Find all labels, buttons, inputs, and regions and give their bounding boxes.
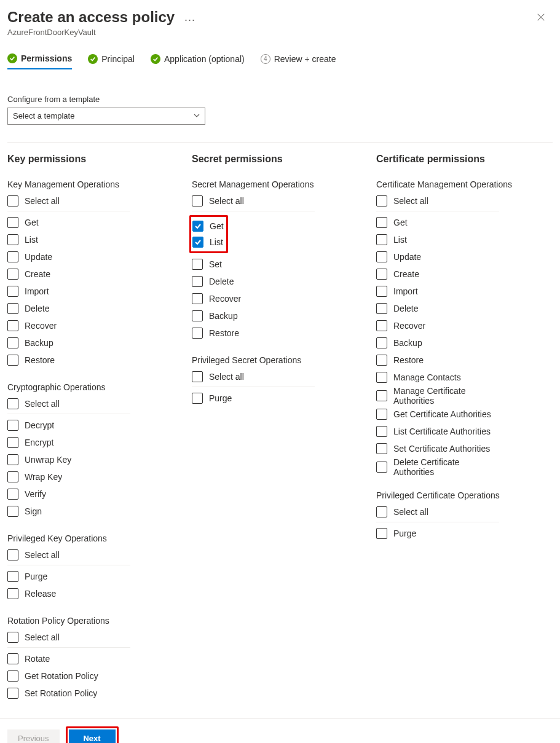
select-all-row[interactable]: Select all — [192, 194, 315, 211]
permission-item[interactable]: Get — [192, 218, 224, 234]
permission-item[interactable]: Backup — [192, 307, 315, 324]
checkbox[interactable] — [192, 310, 203, 321]
checkbox[interactable] — [376, 426, 387, 437]
checkbox[interactable] — [7, 355, 18, 366]
permission-item[interactable]: Purge — [192, 390, 315, 407]
checkbox[interactable] — [7, 454, 18, 465]
checkbox[interactable] — [376, 372, 387, 383]
checkbox[interactable] — [192, 293, 203, 304]
permission-item[interactable]: Wrap Key — [7, 468, 130, 486]
checkbox[interactable] — [376, 355, 387, 366]
permission-item[interactable]: Update — [376, 248, 499, 265]
permission-item[interactable]: Delete — [376, 300, 499, 317]
checkbox[interactable] — [7, 506, 18, 517]
checkbox[interactable] — [7, 632, 18, 643]
permission-item[interactable]: Encrypt — [7, 434, 130, 451]
select-all-row[interactable]: Select all — [7, 194, 130, 211]
next-button[interactable]: Next — [69, 729, 116, 743]
checkbox[interactable] — [376, 251, 387, 262]
select-all-row[interactable]: Select all — [376, 194, 499, 211]
checkbox[interactable] — [7, 234, 18, 245]
checkbox[interactable] — [376, 506, 387, 517]
permission-item[interactable]: Purge — [7, 568, 130, 585]
checkbox[interactable] — [192, 237, 203, 248]
checkbox[interactable] — [376, 443, 387, 454]
checkbox[interactable] — [7, 471, 18, 482]
permission-item[interactable]: Sign — [7, 503, 130, 520]
checkbox[interactable] — [7, 489, 18, 500]
permission-item[interactable]: Import — [7, 283, 130, 300]
checkbox[interactable] — [7, 251, 18, 262]
checkbox[interactable] — [192, 259, 203, 270]
checkbox[interactable] — [376, 195, 387, 206]
checkbox[interactable] — [376, 234, 387, 245]
permission-item[interactable]: Set — [192, 256, 315, 273]
checkbox[interactable] — [376, 269, 387, 280]
permission-item[interactable]: Restore — [7, 352, 130, 369]
permission-item[interactable]: List Certificate Authorities — [376, 423, 499, 440]
permission-item[interactable]: Backup — [7, 334, 130, 352]
checkbox[interactable] — [376, 390, 387, 401]
template-select[interactable]: Select a template — [7, 108, 205, 125]
permission-item[interactable]: Delete — [7, 300, 130, 317]
permission-item[interactable]: Manage Certificate Authorities — [376, 386, 499, 406]
checkbox[interactable] — [7, 670, 18, 682]
permission-item[interactable]: Update — [7, 248, 130, 265]
permission-item[interactable]: Delete — [192, 273, 315, 290]
checkbox[interactable] — [7, 398, 18, 409]
checkbox[interactable] — [7, 688, 18, 699]
permission-item[interactable]: Purge — [376, 525, 499, 542]
template-dropdown[interactable]: Select a template — [7, 108, 205, 125]
checkbox[interactable] — [376, 528, 387, 539]
permission-item[interactable]: List — [192, 234, 224, 250]
checkbox[interactable] — [7, 195, 18, 206]
checkbox[interactable] — [192, 328, 203, 339]
permission-item[interactable]: Release — [7, 585, 130, 602]
permission-item[interactable]: Unwrap Key — [7, 451, 130, 468]
checkbox[interactable] — [376, 409, 387, 420]
checkbox[interactable] — [7, 303, 18, 314]
permission-item[interactable]: Set Certificate Authorities — [376, 440, 499, 457]
checkbox[interactable] — [376, 462, 387, 473]
checkbox[interactable] — [7, 437, 18, 448]
permission-item[interactable]: Recover — [192, 290, 315, 307]
checkbox[interactable] — [7, 588, 18, 599]
permission-item[interactable]: Import — [376, 283, 499, 300]
permission-item[interactable]: Rotate — [7, 650, 130, 667]
select-all-row[interactable]: Select all — [192, 370, 315, 387]
checkbox[interactable] — [192, 276, 203, 287]
permission-item[interactable]: Set Rotation Policy — [7, 685, 130, 702]
checkbox[interactable] — [192, 195, 203, 206]
checkbox[interactable] — [7, 217, 18, 228]
permission-item[interactable]: Get Certificate Authorities — [376, 406, 499, 423]
permission-item[interactable]: List — [7, 231, 130, 248]
select-all-row[interactable]: Select all — [7, 548, 130, 565]
select-all-row[interactable]: Select all — [7, 631, 130, 648]
permission-item[interactable]: Delete Certificate Authorities — [376, 457, 499, 477]
permission-item[interactable]: Get — [376, 214, 499, 231]
permission-item[interactable]: List — [376, 231, 499, 248]
wizard-step-3[interactable]: 4Review + create — [261, 54, 336, 69]
permission-item[interactable]: Decrypt — [7, 417, 130, 434]
permission-item[interactable]: Recover — [376, 317, 499, 334]
checkbox[interactable] — [7, 571, 18, 582]
checkbox[interactable] — [7, 420, 18, 431]
checkbox[interactable] — [7, 549, 18, 560]
checkbox[interactable] — [376, 303, 387, 314]
checkbox[interactable] — [192, 393, 203, 404]
select-all-row[interactable]: Select all — [376, 505, 499, 522]
permission-item[interactable]: Get Rotation Policy — [7, 667, 130, 685]
permission-item[interactable]: Create — [7, 265, 130, 283]
checkbox[interactable] — [376, 217, 387, 228]
checkbox[interactable] — [7, 286, 18, 297]
checkbox[interactable] — [7, 337, 18, 348]
wizard-step-1[interactable]: Principal — [88, 54, 135, 69]
checkbox[interactable] — [376, 320, 387, 331]
permission-item[interactable]: Manage Contacts — [376, 369, 499, 386]
permission-item[interactable]: Restore — [376, 352, 499, 369]
permission-item[interactable]: Backup — [376, 334, 499, 352]
close-icon[interactable] — [534, 10, 548, 26]
permission-item[interactable]: Restore — [192, 324, 315, 342]
permission-item[interactable]: Get — [7, 214, 130, 231]
select-all-row[interactable]: Select all — [7, 397, 130, 414]
